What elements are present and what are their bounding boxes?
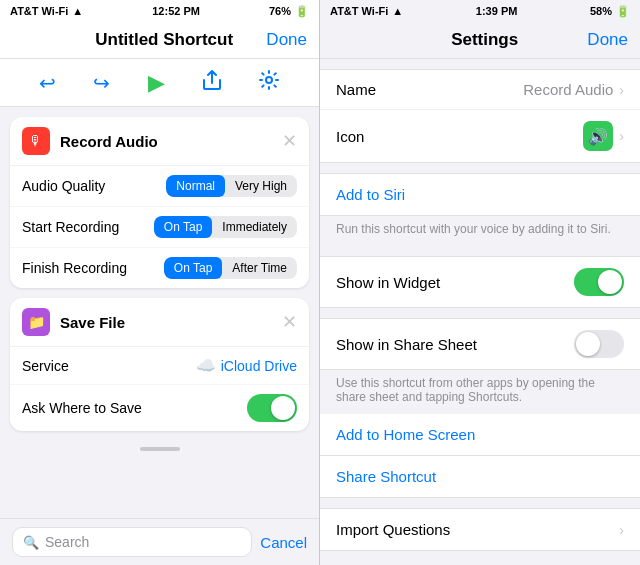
save-file-title: Save File xyxy=(60,314,282,331)
left-content-area: 🎙 Record Audio ✕ Audio Quality Normal Ve… xyxy=(0,107,319,518)
right-nav-title: Settings xyxy=(382,30,587,50)
speaker-icon: 🔊 xyxy=(588,127,608,146)
file-icon: 📁 xyxy=(28,314,45,330)
start-recording-segment: On Tap Immediately xyxy=(154,216,297,238)
finish-ontap-btn[interactable]: On Tap xyxy=(164,257,222,279)
finish-aftertime-btn[interactable]: After Time xyxy=(222,257,297,279)
record-audio-icon: 🎙 xyxy=(22,127,50,155)
share-button[interactable] xyxy=(203,70,221,95)
left-nav-bar: Untitled Shortcut Done xyxy=(0,22,319,59)
finish-recording-label: Finish Recording xyxy=(22,260,127,276)
right-carrier-label: AT&T Wi-Fi xyxy=(330,5,388,17)
save-file-card: 📁 Save File ✕ Service ☁️ iCloud Drive As… xyxy=(10,298,309,431)
ask-where-label: Ask Where to Save xyxy=(22,400,142,416)
left-status-right: 76% 🔋 xyxy=(269,5,309,18)
name-value: Record Audio xyxy=(523,81,613,98)
play-button[interactable]: ▶ xyxy=(148,70,165,96)
name-chevron-icon: › xyxy=(619,82,624,98)
save-file-header: 📁 Save File ✕ xyxy=(10,298,309,347)
widget-label: Show in Widget xyxy=(336,274,440,291)
audio-quality-label: Audio Quality xyxy=(22,178,105,194)
audio-quality-segment: Normal Very High xyxy=(166,175,297,197)
import-chevron-icon: › xyxy=(619,522,624,538)
ask-where-row: Ask Where to Save xyxy=(10,385,309,431)
settings-button[interactable] xyxy=(258,69,280,96)
start-immediately-btn[interactable]: Immediately xyxy=(212,216,297,238)
right-content: Name Record Audio › Icon 🔊 › Add to Siri… xyxy=(320,59,640,565)
record-audio-card: 🎙 Record Audio ✕ Audio Quality Normal Ve… xyxy=(10,117,309,288)
right-time-label: 1:39 PM xyxy=(476,5,518,17)
sharesheet-description: Use this shortcut from other apps by ope… xyxy=(320,370,640,414)
ask-where-toggle[interactable] xyxy=(247,394,297,422)
search-cancel-button[interactable]: Cancel xyxy=(260,534,307,551)
save-file-close-button[interactable]: ✕ xyxy=(282,311,297,333)
right-battery-icon: 🔋 xyxy=(616,5,630,18)
left-nav-title: Untitled Shortcut xyxy=(62,30,266,50)
import-questions-row[interactable]: Import Questions › xyxy=(320,508,640,551)
sharesheet-label: Show in Share Sheet xyxy=(336,336,477,353)
record-audio-title: Record Audio xyxy=(60,133,282,150)
audio-quality-veryhigh-btn[interactable]: Very High xyxy=(225,175,297,197)
service-row: Service ☁️ iCloud Drive xyxy=(10,347,309,385)
start-ontap-btn[interactable]: On Tap xyxy=(154,216,212,238)
mic-icon: 🎙 xyxy=(29,133,43,149)
start-recording-label: Start Recording xyxy=(22,219,119,235)
service-label: Service xyxy=(22,358,69,374)
icon-chevron-icon: › xyxy=(619,128,624,144)
start-recording-row: Start Recording On Tap Immediately xyxy=(10,207,309,248)
sharesheet-row: Show in Share Sheet xyxy=(320,319,640,369)
name-value-wrap: Record Audio › xyxy=(523,81,624,98)
finish-recording-segment: On Tap After Time xyxy=(164,257,297,279)
import-questions-label: Import Questions xyxy=(336,521,450,538)
sharesheet-toggle[interactable] xyxy=(574,330,624,358)
right-nav-bar: Settings Done xyxy=(320,22,640,59)
redo-button[interactable]: ↪ xyxy=(93,71,110,95)
siri-description: Run this shortcut with your voice by add… xyxy=(320,216,640,246)
right-battery-label: 58% xyxy=(590,5,612,17)
widget-row: Show in Widget xyxy=(320,257,640,307)
add-homescreen-button[interactable]: Add to Home Screen xyxy=(320,414,640,456)
wifi-icon: ▲ xyxy=(72,5,83,17)
icloud-value[interactable]: ☁️ iCloud Drive xyxy=(196,356,297,375)
battery-icon: 🔋 xyxy=(295,5,309,18)
right-panel: AT&T Wi-Fi ▲ 1:39 PM 58% 🔋 Settings Done… xyxy=(320,0,640,565)
name-label: Name xyxy=(336,81,376,98)
audio-quality-normal-btn[interactable]: Normal xyxy=(166,175,225,197)
name-row[interactable]: Name Record Audio › xyxy=(320,70,640,110)
left-panel: AT&T Wi-Fi ▲ 12:52 PM 76% 🔋 Untitled Sho… xyxy=(0,0,320,565)
search-input-wrap: 🔍 Search xyxy=(12,527,252,557)
left-status-left: AT&T Wi-Fi ▲ xyxy=(10,5,83,17)
right-status-bar: AT&T Wi-Fi ▲ 1:39 PM 58% 🔋 xyxy=(320,0,640,22)
right-status-left: AT&T Wi-Fi ▲ xyxy=(330,5,403,17)
undo-button[interactable]: ↩ xyxy=(39,71,56,95)
right-wifi-icon: ▲ xyxy=(392,5,403,17)
icon-value-wrap: 🔊 › xyxy=(583,121,624,151)
record-audio-close-button[interactable]: ✕ xyxy=(282,130,297,152)
battery-label: 76% xyxy=(269,5,291,17)
finish-recording-row: Finish Recording On Tap After Time xyxy=(10,248,309,288)
icon-label: Icon xyxy=(336,128,364,145)
record-audio-header: 🎙 Record Audio ✕ xyxy=(10,117,309,166)
svg-point-0 xyxy=(266,77,272,83)
search-bar: 🔍 Search Cancel xyxy=(0,518,319,565)
search-placeholder: Search xyxy=(45,534,89,550)
left-status-bar: AT&T Wi-Fi ▲ 12:52 PM 76% 🔋 xyxy=(0,0,319,22)
drag-indicator xyxy=(140,447,180,451)
carrier-label: AT&T Wi-Fi xyxy=(10,5,68,17)
widget-toggle[interactable] xyxy=(574,268,624,296)
icon-row[interactable]: Icon 🔊 › xyxy=(320,110,640,162)
right-done-button[interactable]: Done xyxy=(587,30,628,50)
left-toolbar: ↩ ↪ ▶ xyxy=(0,59,319,107)
save-file-icon: 📁 xyxy=(22,308,50,336)
time-label: 12:52 PM xyxy=(152,5,200,17)
sharesheet-section: Show in Share Sheet xyxy=(320,318,640,370)
icloud-icon: ☁️ xyxy=(196,356,216,375)
name-icon-section: Name Record Audio › Icon 🔊 › xyxy=(320,69,640,163)
left-done-button[interactable]: Done xyxy=(266,30,307,50)
search-icon: 🔍 xyxy=(23,535,39,550)
icon-preview: 🔊 xyxy=(583,121,613,151)
share-shortcut-button[interactable]: Share Shortcut xyxy=(320,456,640,498)
add-to-siri-button[interactable]: Add to Siri xyxy=(320,173,640,216)
icloud-text: iCloud Drive xyxy=(221,358,297,374)
right-status-right: 58% 🔋 xyxy=(590,5,630,18)
